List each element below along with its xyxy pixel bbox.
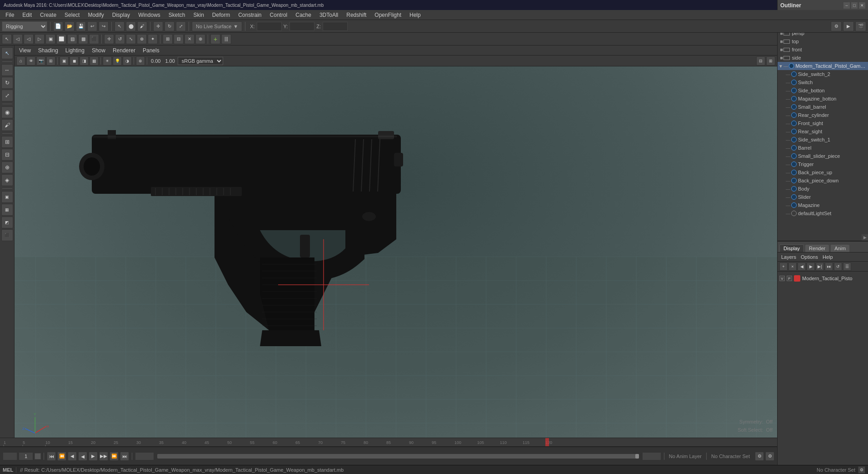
dp-tb-new[interactable]: + [779, 262, 788, 271]
lt-rotate[interactable]: ↻ [1, 77, 13, 89]
gamma-select[interactable]: sRGB gamma [178, 57, 223, 65]
tb-redo[interactable]: ↪ [99, 21, 109, 31]
vp-shadow[interactable]: ◑ [123, 56, 132, 66]
outliner-mesh-Small_barrel[interactable]: — Small_barrel [778, 103, 868, 111]
tl-play-back[interactable]: ▶ [78, 452, 87, 461]
tb-lasso[interactable]: ⬤ [126, 21, 136, 31]
layer-name[interactable]: Modern_Tactical_Pisto [802, 276, 866, 281]
tt-tool4[interactable]: ⊕ [195, 34, 205, 44]
vp-hud[interactable]: ⊟ [756, 56, 765, 66]
tt-rot[interactable]: ↺ [115, 34, 125, 44]
tl-prev-frame[interactable]: ◀ [68, 452, 77, 461]
lt-snap-curve[interactable]: ⊟ [1, 149, 13, 161]
tb-render2[interactable]: 🎬 [855, 21, 866, 31]
outliner-mesh-Magazine_botton[interactable]: — Magazine_botton [778, 95, 868, 103]
outliner-mesh-Barrel[interactable]: — Barrel [778, 144, 868, 152]
live-surface-button[interactable]: No Live Surface ▼ [192, 21, 242, 31]
dp-tb-menu[interactable]: ☰ [843, 262, 851, 271]
dp-menu-options[interactable]: Options [799, 254, 820, 260]
x-input[interactable] [257, 22, 282, 31]
outliner-mesh-Switch[interactable]: — Switch [778, 78, 868, 86]
tab-anim[interactable]: Anim [830, 244, 850, 252]
menu-modify[interactable]: Modify [84, 11, 107, 19]
menu-create[interactable]: Create [36, 11, 60, 19]
tb-paint[interactable]: 🖌 [137, 21, 147, 31]
tb-rotate[interactable]: ↻ [165, 21, 175, 31]
vp-eye[interactable]: 👁 [26, 56, 35, 66]
outliner-mesh-Body[interactable]: — Body [778, 185, 868, 193]
outliner-minimize[interactable]: – [843, 2, 850, 9]
lt-move[interactable]: ↔ [1, 64, 13, 76]
tl-play[interactable]: ▶ [89, 452, 98, 461]
tt-box4[interactable]: ▩ [78, 34, 88, 44]
lt-render3[interactable]: ◩ [1, 217, 13, 228]
lt-paint[interactable]: 🖌 [1, 119, 13, 131]
vp-texture[interactable]: ▦ [90, 56, 99, 66]
lt-snap-point[interactable]: ⊕ [1, 161, 13, 173]
menu-edit[interactable]: Edit [19, 11, 35, 19]
tt-lasso1[interactable]: ◁ [13, 34, 23, 44]
y-input[interactable] [289, 22, 314, 31]
tt-box3[interactable]: ▨ [67, 34, 77, 44]
vp-menu-shading[interactable]: Shading [35, 46, 61, 55]
tb-undo[interactable]: ↩ [87, 21, 97, 31]
outliner-mesh-Magazine[interactable]: — Magazine [778, 201, 868, 209]
tb-render-settings[interactable]: ⚙ [831, 21, 842, 31]
vp-home[interactable]: ⌂ [16, 56, 25, 66]
tb-move[interactable]: ✛ [153, 21, 163, 31]
menu-control[interactable]: Control [266, 11, 291, 19]
outliner-mesh-Small_slider_piece[interactable]: — Small_slider_piece [778, 152, 868, 160]
tt-lasso3[interactable]: ▷ [35, 34, 45, 44]
outliner-mesh-Back_piece_down[interactable]: — Back_piece_down [778, 176, 868, 185]
outliner-item-top[interactable]: ■ top [778, 37, 868, 45]
outliner-mesh-Trigger[interactable]: — Trigger [778, 160, 868, 168]
vp-smooth[interactable]: ◼ [70, 56, 79, 66]
tb-new[interactable]: 📄 [53, 21, 63, 31]
outliner-mesh-Slider[interactable]: — Slider [778, 193, 868, 201]
tab-render[interactable]: Render [805, 244, 829, 252]
vp-light2[interactable]: 💡 [113, 56, 122, 66]
tb-save[interactable]: 💾 [76, 21, 86, 31]
vp-cam[interactable]: 📷 [36, 56, 45, 66]
viewport-content[interactable]: persp Symmetry: Off Soft Select: Off X Y… [15, 66, 777, 447]
tt-move[interactable]: ✛ [104, 34, 114, 44]
tt-tool3[interactable]: ✕ [185, 34, 195, 44]
tl-skip-end[interactable]: ⏭ [120, 452, 129, 461]
tt-tool1[interactable]: ⊞ [163, 34, 173, 44]
tt-lasso2[interactable]: ◁ [24, 34, 34, 44]
tt-tool2[interactable]: ⊟ [174, 34, 184, 44]
tl-skip-start[interactable]: ⏮ [47, 452, 56, 461]
outliner-mesh-Rear_cylinder[interactable]: — Rear_cylinder [778, 111, 868, 119]
tl-current-frame-input[interactable] [19, 452, 33, 460]
tt-plus[interactable]: + [210, 34, 220, 44]
tb-render[interactable]: ▶ [843, 21, 854, 31]
lt-render2[interactable]: ▦ [1, 204, 13, 216]
tl-range-end[interactable]: 200 [642, 452, 661, 460]
menu-help[interactable]: Help [406, 11, 424, 19]
tt-scl[interactable]: ⤡ [126, 34, 136, 44]
lt-soft[interactable]: ◉ [1, 106, 13, 118]
tl-start-frame[interactable]: 1 [3, 452, 17, 460]
mode-dropdown[interactable]: Rigging [2, 21, 47, 31]
dp-tb-end[interactable]: ⏭ [825, 262, 833, 271]
lt-select[interactable]: ↖ [1, 47, 13, 59]
vp-light1[interactable]: ☀ [103, 56, 112, 66]
tb-scale[interactable]: ⤢ [176, 21, 186, 31]
vp-flat[interactable]: ◨ [80, 56, 89, 66]
outliner-item-side[interactable]: ■ side [778, 54, 868, 62]
vp-grid2[interactable]: ⊞ [766, 56, 775, 66]
tt-box[interactable]: ▣ [45, 34, 55, 44]
vp-wireframe[interactable]: ▣ [60, 56, 69, 66]
dp-tb-loop[interactable]: ↺ [834, 262, 842, 271]
outliner-mesh-defaultLightSet[interactable]: — defaultLightSet [778, 209, 868, 217]
lt-render4[interactable]: ⬛ [1, 229, 13, 241]
menu-windows[interactable]: Windows [135, 11, 164, 19]
lt-snap-view[interactable]: ◈ [1, 174, 13, 186]
outliner-mesh-Side_switch_2[interactable]: — Side_switch_2 [778, 70, 868, 78]
vp-menu-view[interactable]: View [16, 46, 34, 55]
menu-redshift[interactable]: Redshift [343, 11, 370, 19]
tb-open[interactable]: 📂 [65, 21, 75, 31]
dp-tb-prev[interactable]: ◀ [798, 262, 806, 271]
vp-menu-lighting[interactable]: Lighting [63, 46, 87, 55]
lt-render1[interactable]: ▣ [1, 191, 13, 203]
